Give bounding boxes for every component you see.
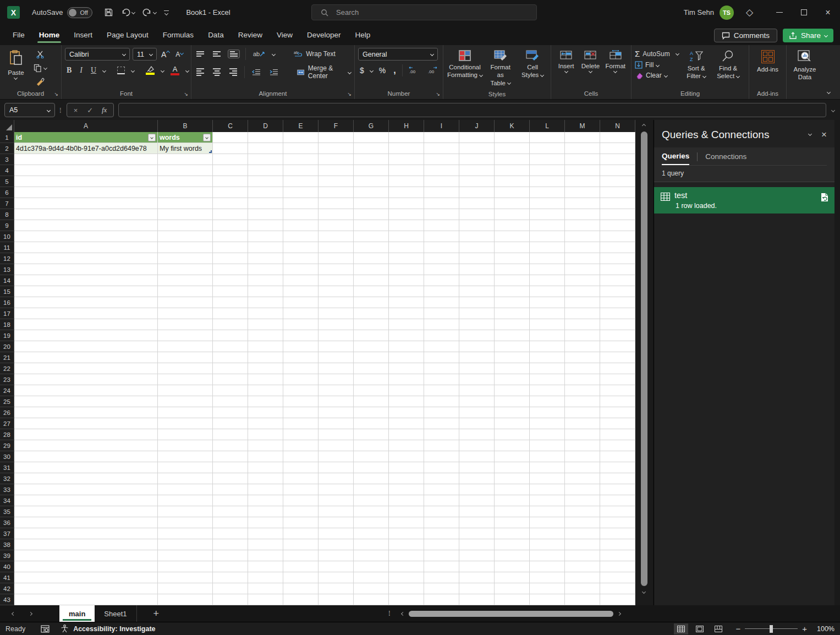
cell-K40[interactable] — [495, 561, 530, 572]
percent-style-button[interactable]: % — [377, 65, 387, 76]
copy-dropdown-icon[interactable] — [43, 66, 47, 70]
cell-D25[interactable] — [248, 396, 283, 407]
cell-C12[interactable] — [213, 253, 248, 264]
undo-button[interactable] — [118, 6, 138, 19]
increase-font-button[interactable]: A — [160, 49, 171, 60]
cell-F30[interactable] — [319, 451, 354, 462]
cell-K27[interactable] — [495, 418, 530, 429]
cell-E2[interactable] — [283, 143, 319, 154]
cell-L37[interactable] — [530, 528, 565, 539]
cell-B29[interactable] — [158, 440, 213, 451]
cell-B1[interactable]: words — [158, 132, 213, 143]
cell-J16[interactable] — [459, 297, 495, 308]
row-header-12[interactable]: 12 — [0, 253, 14, 264]
cell-A21[interactable] — [14, 352, 158, 363]
cell-A7[interactable] — [14, 198, 158, 209]
cell-J24[interactable] — [459, 385, 495, 396]
cell-C39[interactable] — [213, 550, 248, 561]
comma-style-button[interactable]: , — [392, 64, 397, 76]
cell-K4[interactable] — [495, 165, 530, 176]
close-button[interactable]: × — [816, 0, 840, 25]
vertical-scrollbar[interactable] — [635, 120, 652, 605]
cell-K5[interactable] — [495, 176, 530, 187]
page-layout-view-button[interactable] — [693, 623, 707, 634]
cell-F3[interactable] — [319, 154, 354, 165]
cell-H36[interactable] — [389, 517, 424, 528]
cell-F21[interactable] — [319, 352, 354, 363]
cell-H26[interactable] — [389, 407, 424, 418]
fill-dropdown-icon[interactable] — [656, 63, 660, 67]
expand-formula-bar-icon[interactable] — [831, 108, 835, 112]
cell-E15[interactable] — [283, 286, 319, 297]
cell-C26[interactable] — [213, 407, 248, 418]
zoom-out-button[interactable]: − — [735, 624, 740, 633]
column-header-J[interactable]: J — [459, 120, 495, 132]
cell-J5[interactable] — [459, 176, 495, 187]
cell-J12[interactable] — [459, 253, 495, 264]
cell-B20[interactable] — [158, 341, 213, 352]
cell-F22[interactable] — [319, 363, 354, 374]
delete-cells-button[interactable]: Delete — [579, 48, 602, 88]
cell-H37[interactable] — [389, 528, 424, 539]
cell-N37[interactable] — [600, 528, 635, 539]
cell-D41[interactable] — [248, 572, 283, 583]
cell-F35[interactable] — [319, 506, 354, 517]
cell-I36[interactable] — [424, 517, 459, 528]
cell-E38[interactable] — [283, 539, 319, 550]
cell-K20[interactable] — [495, 341, 530, 352]
bottom-align-button[interactable] — [228, 50, 240, 58]
cell-F23[interactable] — [319, 374, 354, 385]
cell-K11[interactable] — [495, 242, 530, 253]
table-resize-handle[interactable] — [209, 150, 212, 153]
cell-A38[interactable] — [14, 539, 158, 550]
cell-C10[interactable] — [213, 231, 248, 242]
cell-D32[interactable] — [248, 473, 283, 484]
cell-B9[interactable] — [158, 220, 213, 231]
cell-N19[interactable] — [600, 330, 635, 341]
confirm-entry-icon[interactable]: ✓ — [84, 106, 97, 114]
font-dialog-launcher-icon[interactable]: ↘ — [184, 91, 188, 97]
cell-C28[interactable] — [213, 429, 248, 440]
cell-B40[interactable] — [158, 561, 213, 572]
cell-C5[interactable] — [213, 176, 248, 187]
query-refresh-icon[interactable] — [821, 193, 829, 214]
cell-I15[interactable] — [424, 286, 459, 297]
row-header-35[interactable]: 35 — [0, 506, 14, 517]
cell-A26[interactable] — [14, 407, 158, 418]
sheet-tab-main[interactable]: main — [59, 605, 95, 622]
cell-C31[interactable] — [213, 462, 248, 473]
cell-C9[interactable] — [213, 220, 248, 231]
cell-E36[interactable] — [283, 517, 319, 528]
cell-K8[interactable] — [495, 209, 530, 220]
cell-K28[interactable] — [495, 429, 530, 440]
cell-E33[interactable] — [283, 484, 319, 495]
cell-N18[interactable] — [600, 319, 635, 330]
cell-B11[interactable] — [158, 242, 213, 253]
cell-I11[interactable] — [424, 242, 459, 253]
row-header-4[interactable]: 4 — [0, 165, 14, 176]
fill-button[interactable]: Fill — [635, 61, 679, 69]
cell-E12[interactable] — [283, 253, 319, 264]
cell-C11[interactable] — [213, 242, 248, 253]
row-header-24[interactable]: 24 — [0, 385, 14, 396]
cell-I18[interactable] — [424, 319, 459, 330]
row-header-13[interactable]: 13 — [0, 264, 14, 275]
cell-D11[interactable] — [248, 242, 283, 253]
filter-button-B[interactable] — [203, 134, 211, 141]
cell-D4[interactable] — [248, 165, 283, 176]
cell-H14[interactable] — [389, 275, 424, 286]
cell-K35[interactable] — [495, 506, 530, 517]
cell-L4[interactable] — [530, 165, 565, 176]
cell-J15[interactable] — [459, 286, 495, 297]
cancel-entry-icon[interactable]: × — [69, 106, 83, 114]
cell-J4[interactable] — [459, 165, 495, 176]
cell-A9[interactable] — [14, 220, 158, 231]
cell-E31[interactable] — [283, 462, 319, 473]
cell-C36[interactable] — [213, 517, 248, 528]
cell-M15[interactable] — [565, 286, 600, 297]
row-header-43[interactable]: 43 — [0, 594, 14, 605]
underline-dropdown-icon[interactable] — [102, 68, 106, 72]
format-as-table-button[interactable]: Format asTable — [484, 48, 517, 89]
cell-F31[interactable] — [319, 462, 354, 473]
cell-J23[interactable] — [459, 374, 495, 385]
